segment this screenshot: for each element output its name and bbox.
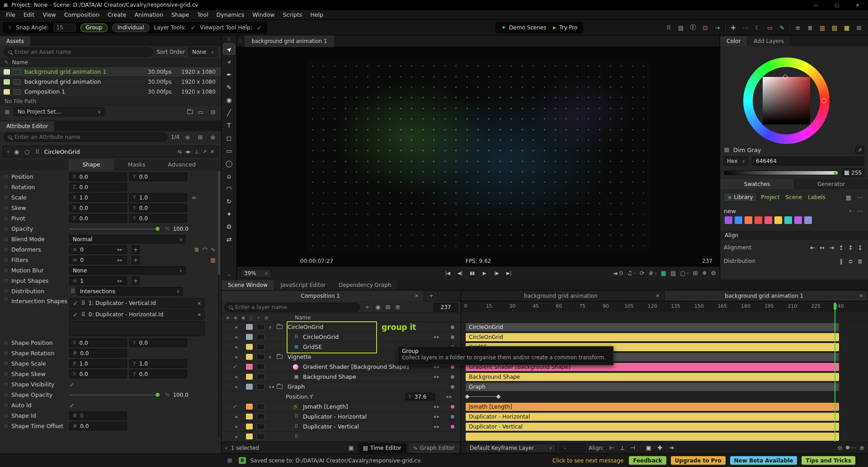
- dots-icon[interactable]: ⋯: [741, 23, 750, 32]
- popout-icon[interactable]: ↗: [203, 149, 207, 155]
- color-swatch[interactable]: [735, 216, 742, 224]
- track-bar[interactable]: Jsmath [Length]: [466, 403, 839, 411]
- align-mid-icon[interactable]: ⊥: [618, 444, 627, 452]
- list-options-icon[interactable]: ≣: [394, 303, 401, 312]
- intersection-shape-item[interactable]: ✓⠿1: Duplicator - Vertical.Id✕: [69, 298, 205, 308]
- visibility-dot[interactable]: [235, 326, 237, 329]
- jump-icon[interactable]: ⇥: [667, 444, 675, 452]
- keyframe-nav-icons[interactable]: ◀▶: [433, 375, 441, 379]
- drag-handle-icon[interactable]: ⠿: [223, 37, 235, 42]
- add-composition-icon[interactable]: ⊞: [384, 303, 392, 312]
- close-icon[interactable]: ✕: [656, 293, 660, 298]
- tab-javascript-editor[interactable]: JavaScript Editor: [274, 280, 332, 290]
- layer-color-swatch[interactable]: [246, 424, 253, 429]
- attr-field[interactable]: Y0.0: [129, 338, 187, 347]
- pause-button[interactable]: ▮▮: [467, 269, 477, 278]
- distribute-grid-icon[interactable]: ≣: [856, 257, 864, 265]
- minimize-button[interactable]: —: [806, 0, 826, 10]
- timeline-track[interactable]: Background Shape: [461, 372, 868, 382]
- align-right-icon[interactable]: ⇥: [827, 243, 836, 252]
- monitor-icon[interactable]: ▭: [196, 107, 205, 116]
- menu-dynamics[interactable]: Dynamics: [212, 11, 249, 18]
- play-button[interactable]: ▶: [480, 269, 490, 278]
- group-button[interactable]: Group: [80, 24, 108, 32]
- enabled-check[interactable]: ✓: [73, 311, 78, 318]
- project-select[interactable]: No Project Set...∨: [14, 107, 104, 116]
- hex-input[interactable]: [752, 157, 864, 166]
- solo-icon[interactable]: ✓: [256, 315, 261, 320]
- pencil-tool[interactable]: ✎: [223, 81, 235, 93]
- rotate-tool[interactable]: ↻: [223, 195, 235, 207]
- asset-row[interactable]: background grid animation 130.00fps1920 …: [0, 67, 221, 77]
- maximize-button[interactable]: ▢: [826, 0, 847, 10]
- color-swatch[interactable]: [784, 216, 792, 224]
- attribute-search[interactable]: [4, 133, 167, 142]
- layer-state-dot[interactable]: [451, 385, 454, 389]
- tab-dependency-graph[interactable]: Dependency Graph: [332, 280, 398, 290]
- lock-icon[interactable]: ◈: [225, 315, 231, 320]
- keyframe-dot-icon[interactable]: [5, 414, 8, 417]
- timeline-track[interactable]: GridSE: [461, 342, 868, 352]
- tab-swatches[interactable]: Swatches: [720, 179, 794, 189]
- visibility-dot[interactable]: [235, 416, 237, 418]
- keyframe-nav-icons[interactable]: ◀▶: [433, 425, 441, 429]
- add-button[interactable]: +: [132, 276, 140, 285]
- frame-f-icon[interactable]: Ⓕ: [689, 23, 698, 32]
- grid-dots-icon[interactable]: ⠿: [664, 23, 673, 32]
- tab-color[interactable]: Color: [720, 36, 747, 46]
- visibility-check[interactable]: ✓: [233, 363, 237, 370]
- layer-color-swatch[interactable]: [246, 374, 253, 380]
- layer-color-swatch[interactable]: [246, 354, 253, 360]
- menu-composition[interactable]: Composition: [60, 11, 104, 18]
- shape-drop-area[interactable]: [69, 321, 205, 336]
- frame-input[interactable]: 237: [434, 303, 458, 312]
- keyframe-dot-icon[interactable]: [5, 341, 8, 344]
- viewport-tab[interactable]: background grid animation 1: [245, 35, 335, 47]
- keyframe-dot-icon[interactable]: [5, 298, 8, 301]
- layer-row[interactable]: ∨Graph: [222, 382, 461, 392]
- keyframe-nav-icons[interactable]: ◀▶: [433, 415, 441, 419]
- timeline-track[interactable]: Duplicator - Vertical: [461, 422, 868, 432]
- keyframe-dot-icon[interactable]: [5, 186, 8, 189]
- chevron-down-icon[interactable]: ∨: [7, 149, 10, 154]
- attr-dropdown[interactable]: Normal∨: [69, 235, 186, 243]
- layer-row[interactable]: Position.YY37.6◀▶: [222, 392, 461, 402]
- keyframe-nav-icons[interactable]: ◀▶: [433, 345, 441, 349]
- next-message-link[interactable]: Click to see next message: [552, 457, 623, 464]
- tab-masks[interactable]: Masks: [114, 159, 159, 170]
- camera-tool[interactable]: ◉: [223, 94, 235, 105]
- tab-advanced[interactable]: Advanced: [159, 159, 204, 170]
- remove-icon[interactable]: ✕: [198, 301, 201, 306]
- expand-tools-icon[interactable]: »: [223, 272, 235, 278]
- align-start-icon[interactable]: ⊢: [608, 444, 616, 452]
- hue-selector[interactable]: [821, 98, 826, 103]
- panel-layout-icon[interactable]: ▤: [676, 23, 685, 32]
- select-tool[interactable]: ➤: [223, 43, 235, 55]
- align-end-icon[interactable]: ⊣: [628, 444, 637, 452]
- attr-field[interactable]: X0.0: [69, 214, 127, 223]
- clear-icon[interactable]: ⊗: [208, 133, 217, 142]
- attr-field[interactable]: #0.0: [69, 349, 127, 357]
- layer-state-dot[interactable]: [451, 335, 454, 339]
- layer-row[interactable]: ⠿Duplicator - Horizontal◀▶: [222, 412, 461, 422]
- layer-color-swatch[interactable]: [246, 384, 253, 390]
- film-icon[interactable]: ▤: [264, 315, 269, 320]
- layer-row[interactable]: ✓Gradient Shader [Background Shape]◀▶: [222, 362, 461, 372]
- menu-scripts[interactable]: Scripts: [279, 11, 307, 18]
- attribute-search-input[interactable]: [14, 134, 163, 140]
- timeline-tab[interactable]: background grid animation✕: [461, 291, 665, 301]
- timeline-track[interactable]: Graph: [461, 382, 868, 392]
- keyframe-dot-icon[interactable]: [5, 248, 8, 251]
- keyframe-dot-icon[interactable]: [5, 269, 8, 272]
- attr-field[interactable]: X0.0: [69, 338, 127, 347]
- polygon-tool[interactable]: ⌂: [223, 170, 235, 181]
- timeline-tab[interactable]: background grid animation 1✕: [665, 291, 868, 301]
- tab-add-layers[interactable]: Add Layers: [747, 36, 791, 46]
- feedback-button[interactable]: Feedback: [629, 456, 666, 465]
- node-graph-icon[interactable]: ⊞: [196, 133, 205, 142]
- timeline-track[interactable]: Duplicator - Horizontal: [461, 412, 868, 422]
- menu-tool[interactable]: Tool: [193, 11, 212, 18]
- visibility-dot[interactable]: [235, 426, 237, 428]
- attr-field[interactable]: #0.0: [69, 422, 127, 430]
- attr-field[interactable]: Y0.0: [129, 204, 187, 212]
